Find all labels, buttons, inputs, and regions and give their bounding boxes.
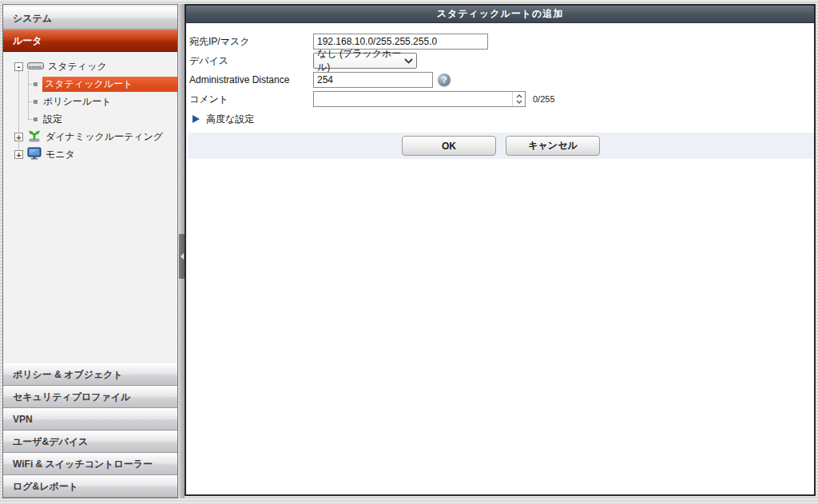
sidebar-item-user-device[interactable]: ユーザ&デバイス bbox=[3, 431, 177, 453]
monitor-icon bbox=[27, 147, 42, 162]
sidebar-item-policy-objects[interactable]: ポリシー & オブジェクト bbox=[3, 363, 177, 386]
chevron-up-icon bbox=[516, 94, 522, 98]
sidebar-item-vpn[interactable]: VPN bbox=[3, 408, 177, 431]
tree-item-label: ポリシールート bbox=[43, 95, 111, 109]
sidebar-top-nav: システム ルータ bbox=[3, 5, 177, 52]
sidebar-item-wifi-switch-controller[interactable]: WiFi & スイッチコントローラー bbox=[3, 453, 177, 475]
destination-label: 宛先IP/マスク bbox=[188, 35, 313, 49]
dynamic-routing-icon bbox=[27, 129, 42, 145]
ok-button[interactable]: OK bbox=[402, 136, 496, 156]
device-label: デバイス bbox=[188, 54, 313, 68]
form-row-comment: コメント 0/255 bbox=[188, 91, 814, 107]
sidebar-item-router[interactable]: ルータ bbox=[3, 30, 177, 52]
main-panel: スタティックルートの追加 宛先IP/マスク デバイス なし (ブラックホール) … bbox=[185, 4, 816, 496]
page-title: スタティックルートの追加 bbox=[186, 6, 814, 23]
collapse-left-arrow-icon bbox=[181, 253, 184, 260]
tree-item-label-selected: スタティックルート bbox=[42, 77, 177, 92]
expand-expander-icon[interactable]: + bbox=[14, 133, 23, 141]
router-icon bbox=[27, 60, 44, 73]
cancel-button[interactable]: キャンセル bbox=[506, 136, 600, 156]
resize-stepper[interactable] bbox=[512, 92, 525, 106]
sidebar: システム ルータ - スタティック スタティックルート bbox=[2, 4, 178, 498]
sidebar-item-log-report[interactable]: ログ&レポート bbox=[3, 475, 177, 498]
chevron-down-icon bbox=[404, 55, 413, 66]
advanced-settings-label: 高度な設定 bbox=[206, 113, 254, 126]
form-action-bar: OK キャンセル bbox=[188, 133, 814, 159]
tree-item-label: スタティック bbox=[48, 60, 107, 73]
comment-input[interactable] bbox=[314, 92, 512, 106]
advanced-settings-toggle[interactable]: 高度な設定 bbox=[193, 113, 814, 125]
tree-item-policy-route[interactable]: ポリシールート bbox=[3, 93, 177, 109]
tree-item-dynamic-routing[interactable]: + ダイナミックルーティング bbox=[3, 129, 177, 145]
administrative-distance-label: Administrative Distance bbox=[188, 74, 313, 85]
expand-expander-icon[interactable]: + bbox=[14, 150, 23, 159]
comment-field bbox=[313, 91, 526, 107]
tree-item-label: 設定 bbox=[43, 113, 62, 126]
comment-char-counter: 0/255 bbox=[533, 94, 555, 104]
sidebar-item-system[interactable]: システム bbox=[3, 7, 177, 30]
tree-item-label: モニタ bbox=[46, 148, 75, 161]
comment-label: コメント bbox=[188, 93, 313, 106]
tree-item-static[interactable]: - スタティック bbox=[3, 58, 177, 74]
device-select[interactable]: なし (ブラックホール) bbox=[313, 53, 417, 69]
tree-item-monitor[interactable]: + モニタ bbox=[3, 146, 177, 162]
tree-bullet-icon bbox=[34, 82, 38, 86]
chevron-down-icon bbox=[516, 100, 522, 104]
sidebar-item-security-profiles[interactable]: セキュリティプロファイル bbox=[3, 386, 177, 408]
tree-bullet-icon bbox=[34, 117, 38, 121]
device-select-value: なし (ブラックホール) bbox=[317, 47, 404, 74]
collapse-expander-icon[interactable]: - bbox=[14, 62, 23, 71]
tree-item-label: ダイナミックルーティング bbox=[46, 130, 163, 144]
tree-item-static-route[interactable]: スタティックルート bbox=[3, 76, 177, 92]
sidebar-collapse-handle[interactable] bbox=[179, 234, 185, 279]
triangle-right-icon bbox=[193, 115, 200, 123]
tree-item-settings[interactable]: 設定 bbox=[3, 111, 177, 127]
help-icon[interactable]: ? bbox=[438, 73, 451, 86]
sidebar-splitter[interactable] bbox=[179, 4, 185, 498]
static-route-form: 宛先IP/マスク デバイス なし (ブラックホール) Administrativ… bbox=[186, 23, 814, 159]
form-row-destination: 宛先IP/マスク bbox=[188, 34, 814, 50]
sidebar-bottom-nav: ポリシー & オブジェクト セキュリティプロファイル VPN ユーザ&デバイス … bbox=[3, 363, 177, 498]
tree-bullet-icon bbox=[34, 100, 38, 104]
form-row-device: デバイス なし (ブラックホール) bbox=[188, 53, 814, 69]
administrative-distance-input[interactable] bbox=[313, 72, 433, 88]
form-row-distance: Administrative Distance ? bbox=[188, 72, 814, 88]
